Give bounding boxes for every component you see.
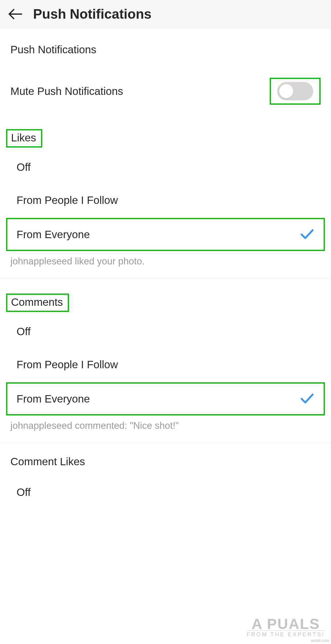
comment-likes-option-off[interactable]: Off <box>6 477 325 507</box>
comments-section-title: Comments <box>6 294 69 312</box>
mute-push-row: Mute Push Notifications <box>0 68 331 114</box>
watermark-tagline: FROM THE EXPERTS! <box>247 631 325 638</box>
likes-section: Likes Off From People I Follow From Ever… <box>0 114 331 279</box>
back-arrow-icon <box>8 8 23 20</box>
mute-push-toggle[interactable] <box>277 82 313 100</box>
comments-option-everyone[interactable]: From Everyone <box>6 382 325 415</box>
push-section-title: Push Notifications <box>0 28 331 68</box>
attribution-text: wsxdn.com <box>311 638 329 643</box>
back-button[interactable] <box>6 5 25 23</box>
likes-option-off[interactable]: Off <box>6 152 325 182</box>
likes-example-text: johnappleseed liked your photo. <box>0 253 331 279</box>
mute-push-label: Mute Push Notifications <box>10 85 123 97</box>
mute-toggle-highlight <box>270 78 321 105</box>
likes-option-following[interactable]: From People I Follow <box>6 185 325 215</box>
checkmark-icon <box>300 391 314 407</box>
likes-section-title: Likes <box>6 129 42 148</box>
comments-option-following[interactable]: From People I Follow <box>6 349 325 380</box>
option-label: From People I Follow <box>17 358 118 371</box>
page-title: Push Notifications <box>33 6 151 22</box>
checkmark-icon <box>300 227 314 242</box>
comments-option-off[interactable]: Off <box>6 316 325 347</box>
option-label: From Everyone <box>17 228 90 241</box>
option-label: Off <box>17 325 31 338</box>
watermark-brand: A PUALS <box>247 616 325 632</box>
option-label: Off <box>17 161 31 173</box>
app-header: Push Notifications <box>0 0 331 28</box>
watermark-logo: A PUALS FROM THE EXPERTS! <box>247 616 325 638</box>
push-section: Push Notifications Mute Push Notificatio… <box>0 28 331 114</box>
likes-option-everyone[interactable]: From Everyone <box>6 218 325 251</box>
comment-likes-section-title: Comment Likes <box>0 443 331 477</box>
toggle-knob <box>279 84 293 98</box>
option-label: From Everyone <box>17 393 90 405</box>
comment-likes-section: Comment Likes Off <box>0 443 331 507</box>
option-label: From People I Follow <box>17 194 118 206</box>
comments-example-text: johnappleseed commented: "Nice shot!" <box>0 418 331 443</box>
comments-section: Comments Off From People I Follow From E… <box>0 279 331 443</box>
option-label: Off <box>17 486 31 498</box>
